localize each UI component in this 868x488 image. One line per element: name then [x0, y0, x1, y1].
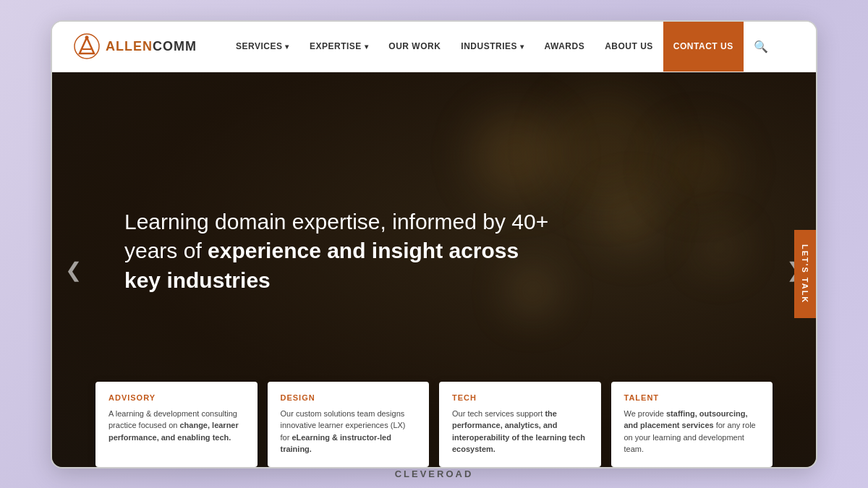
card-design-body: Our custom solutions team designs innova…: [281, 408, 417, 455]
card-tech-body: Our tech services support the performanc…: [452, 408, 588, 455]
hero-title: Learning domain expertise, informed by 4…: [124, 207, 551, 296]
logo-comm: COMM: [153, 39, 197, 53]
hero-prev-button[interactable]: ❮: [65, 257, 82, 281]
hero-content: Learning domain expertise, informed by 4…: [52, 186, 595, 354]
chevron-down-icon: ▾: [365, 43, 369, 51]
nav-our-work[interactable]: OUR WORK: [378, 21, 451, 72]
nav-awards[interactable]: AWARDS: [535, 21, 595, 72]
search-icon[interactable]: 🔍: [744, 21, 778, 72]
card-design: DESIGN Our custom solutions team designs…: [268, 382, 430, 467]
card-talent: TALENT We provide staffing, outsourcing,…: [611, 382, 773, 467]
nav-expertise[interactable]: EXPERTISE ▾: [299, 21, 378, 72]
card-design-title: DESIGN: [281, 393, 417, 402]
logo-allen: ALLEN: [106, 39, 153, 53]
card-tech-title: TECH: [452, 393, 588, 402]
lets-talk-button[interactable]: LET'S TALK: [794, 230, 816, 318]
cards-row: ADVISORY A learning & development consul…: [95, 382, 773, 467]
browser-frame: ALLENCOMM SERVICES ▾ EXPERTISE ▾ OUR WOR…: [51, 20, 817, 468]
nav-contact-us[interactable]: CONTACT US: [663, 21, 744, 72]
card-advisory: ADVISORY A learning & development consul…: [95, 382, 258, 467]
nav-services[interactable]: SERVICES ▾: [226, 21, 299, 72]
nav-industries[interactable]: INDUSTRIES ▾: [451, 21, 534, 72]
card-talent-body: We provide staffing, outsourcing, and pl…: [624, 408, 760, 455]
nav-about-us[interactable]: ABOUT US: [595, 21, 663, 72]
main-nav: SERVICES ▾ EXPERTISE ▾ OUR WORK INDUSTRI…: [226, 21, 794, 72]
logo[interactable]: ALLENCOMM: [74, 33, 197, 59]
card-advisory-title: ADVISORY: [109, 393, 244, 402]
card-tech: TECH Our tech services support the perfo…: [439, 382, 601, 467]
header: ALLENCOMM SERVICES ▾ EXPERTISE ▾ OUR WOR…: [52, 22, 816, 72]
hero-section: ❮ Learning domain expertise, informed by…: [52, 72, 816, 467]
logo-icon: [74, 33, 100, 59]
card-advisory-body: A learning & development consulting prac…: [109, 408, 244, 444]
footer-label: CLEVEROAD: [395, 468, 474, 479]
chevron-down-icon: ▾: [285, 43, 289, 51]
card-talent-title: TALENT: [624, 393, 760, 402]
chevron-down-icon: ▾: [520, 43, 524, 51]
svg-point-1: [85, 36, 89, 40]
